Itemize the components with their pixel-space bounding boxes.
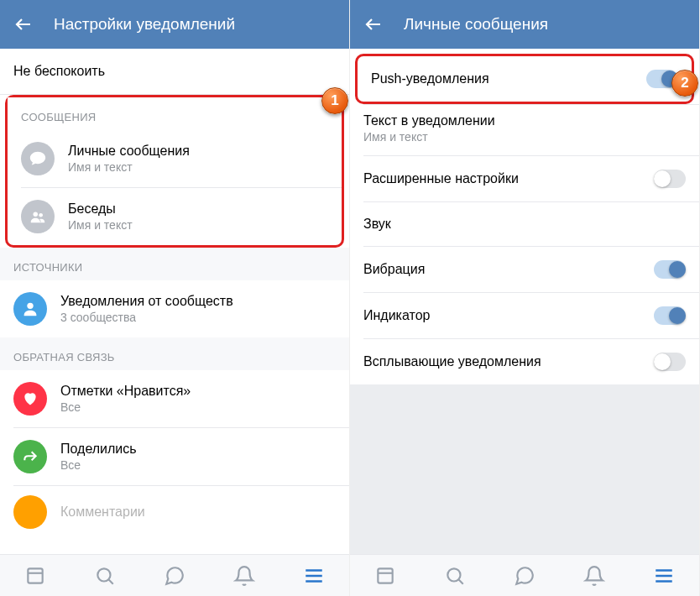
phone-left: Настройки уведомлений Не беспокоить 1 СО… — [0, 0, 350, 596]
popup-row[interactable]: Всплывающие уведомления — [350, 339, 699, 384]
header-title: Личные сообщения — [404, 15, 548, 34]
empty-area — [350, 384, 699, 554]
advanced-toggle[interactable] — [654, 170, 686, 188]
nav-search-icon[interactable] — [94, 565, 116, 587]
nav-feed-icon[interactable] — [24, 565, 46, 587]
header-left: Настройки уведомлений — [0, 0, 349, 49]
comment-icon — [13, 495, 47, 529]
bottom-nav-right — [350, 554, 699, 596]
svg-point-4 — [97, 568, 110, 581]
nav-search-icon[interactable] — [444, 565, 466, 587]
content-left: Не беспокоить 1 СООБЩЕНИЯ Личные сообщен… — [0, 49, 349, 554]
highlight-messages: 1 СООБЩЕНИЯ Личные сообщения Имя и текст… — [5, 95, 344, 248]
push-row[interactable]: Push-уведомления — [358, 56, 692, 102]
svg-rect-5 — [378, 568, 392, 583]
svg-point-2 — [27, 303, 33, 309]
back-icon[interactable] — [363, 14, 384, 34]
comments-row[interactable]: Комментарии — [0, 486, 349, 530]
section-sources: ИСТОЧНИКИ — [0, 248, 349, 280]
nav-messages-icon[interactable] — [514, 565, 535, 587]
svg-point-1 — [39, 213, 43, 217]
badge-1: 1 — [321, 87, 348, 114]
highlight-push: 2 Push-уведомления — [355, 54, 694, 104]
svg-rect-3 — [28, 568, 42, 583]
dnd-row[interactable]: Не беспокоить — [0, 49, 349, 94]
nav-feed-icon[interactable] — [374, 565, 396, 587]
header-right: Личные сообщения — [350, 0, 699, 49]
communities-row[interactable]: Уведомления от сообществ 3 сообщества — [0, 280, 349, 337]
section-messages: СООБЩЕНИЯ — [8, 97, 342, 130]
group-icon — [21, 200, 55, 233]
section-feedback: ОБРАТНАЯ СВЯЗЬ — [0, 337, 349, 370]
bottom-nav-left — [0, 554, 349, 596]
indicator-toggle[interactable] — [654, 306, 686, 325]
nav-menu-icon[interactable] — [653, 565, 675, 587]
advanced-row[interactable]: Расширенные настройки — [350, 156, 699, 201]
text-in-notif-row[interactable]: Текст в уведомлении Имя и текст — [350, 105, 699, 155]
phone-right: Личные сообщения 2 Push-уведомления Текс… — [350, 0, 700, 596]
likes-row[interactable]: Отметки «Нравится» Все — [0, 370, 349, 427]
popup-toggle[interactable] — [654, 353, 686, 371]
back-icon[interactable] — [13, 14, 34, 34]
nav-menu-icon[interactable] — [303, 565, 325, 587]
chat-icon — [21, 142, 55, 175]
community-icon — [13, 292, 47, 326]
indicator-row[interactable]: Индикатор — [350, 293, 699, 338]
sound-row[interactable]: Звук — [350, 202, 699, 246]
nav-notifications-icon[interactable] — [583, 565, 605, 587]
badge-2: 2 — [671, 70, 698, 97]
svg-point-0 — [34, 212, 39, 217]
svg-point-6 — [447, 568, 460, 581]
chats-row[interactable]: Беседы Имя и текст — [8, 188, 342, 245]
header-title: Настройки уведомлений — [54, 15, 235, 34]
content-right: 2 Push-уведомления Текст в уведомлении И… — [350, 49, 699, 554]
vibration-toggle[interactable] — [654, 260, 686, 279]
shares-row[interactable]: Поделились Все — [0, 428, 349, 485]
heart-icon — [13, 382, 47, 416]
nav-messages-icon[interactable] — [164, 565, 185, 587]
nav-notifications-icon[interactable] — [233, 565, 255, 587]
share-icon — [13, 440, 47, 473]
vibration-row[interactable]: Вибрация — [350, 247, 699, 292]
private-messages-row[interactable]: Личные сообщения Имя и текст — [8, 130, 342, 187]
